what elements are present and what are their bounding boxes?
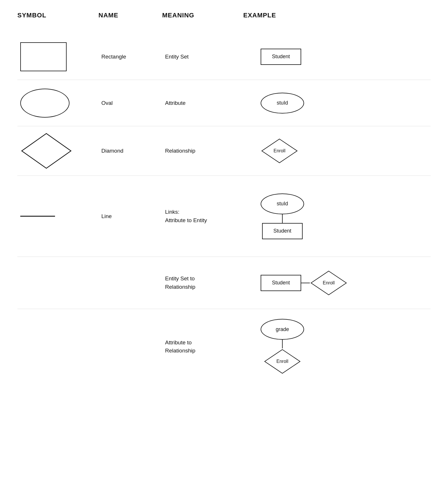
symbol-rectangle <box>17 42 98 71</box>
example-oval: stuId <box>243 93 431 114</box>
svg-marker-0 <box>22 134 71 168</box>
table-row: Diamond Relationship Enroll <box>17 126 431 176</box>
symbol-oval <box>17 89 98 118</box>
line-example-group: stuId Student <box>261 193 304 239</box>
symbol-line <box>17 216 98 217</box>
header-name: NAME <box>98 12 162 19</box>
svg-text:Enroll: Enroll <box>323 280 335 285</box>
example-diamond: Enroll <box>243 138 431 164</box>
attr-rel-connector <box>282 340 283 348</box>
example-diamond-shape: Enroll <box>261 138 298 164</box>
meaning-rectangle: Entity Set <box>162 54 243 60</box>
svg-text:Enroll: Enroll <box>274 148 286 153</box>
line-example-oval: stuId <box>261 193 304 214</box>
entity-rel-diamond: Enroll <box>310 270 348 296</box>
table-row: Line Links: Attribute to Entity stuId St… <box>17 176 431 257</box>
example-rectangle: Student <box>243 49 431 65</box>
line-example-rect: Student <box>262 223 303 239</box>
line-shape <box>20 216 55 217</box>
entity-rel-rect: Student <box>261 275 301 291</box>
entity-rel-line <box>301 283 310 283</box>
oval-shape <box>20 89 70 118</box>
example-oval-shape: stuId <box>261 93 304 114</box>
name-line: Line <box>98 213 162 220</box>
entity-rel-group: Student Enroll <box>261 270 348 296</box>
example-attr-rel: grade Enroll <box>243 319 431 374</box>
header-symbol: SYMBOL <box>17 12 98 19</box>
symbol-diamond <box>17 132 98 170</box>
example-entity-rel: Student Enroll <box>243 270 431 296</box>
meaning-line: Links: Attribute to Entity <box>162 208 243 224</box>
attr-rel-diamond: Enroll <box>264 348 301 374</box>
table-header: SYMBOL NAME MEANING EXAMPLE <box>17 12 431 25</box>
header-meaning: MEANING <box>162 12 243 19</box>
meaning-oval: Attribute <box>162 100 243 106</box>
header-example: EXAMPLE <box>243 12 431 19</box>
meaning-diamond: Relationship <box>162 148 243 154</box>
table-row: Entity Set to Relationship Student Enrol… <box>17 257 431 309</box>
example-line: stuId Student <box>243 193 431 239</box>
line-example-connector <box>282 214 283 223</box>
attr-rel-group: grade Enroll <box>261 319 304 374</box>
svg-text:Enroll: Enroll <box>277 359 288 364</box>
table-row: Attribute to Relationship grade Enroll <box>17 309 431 384</box>
meaning-entity-rel: Entity Set to Relationship <box>162 275 243 291</box>
example-rect-shape: Student <box>261 49 301 65</box>
diamond-shape-symbol <box>20 132 72 170</box>
name-diamond: Diamond <box>98 148 162 154</box>
name-rectangle: Rectangle <box>98 54 162 60</box>
rectangle-shape <box>20 42 67 71</box>
name-oval: Oval <box>98 100 162 106</box>
meaning-attr-rel: Attribute to Relationship <box>162 339 243 355</box>
table-row: Oval Attribute stuId <box>17 80 431 126</box>
table-row: Rectangle Entity Set Student <box>17 34 431 80</box>
page: SYMBOL NAME MEANING EXAMPLE Rectangle En… <box>0 0 448 396</box>
attr-rel-oval: grade <box>261 319 304 340</box>
